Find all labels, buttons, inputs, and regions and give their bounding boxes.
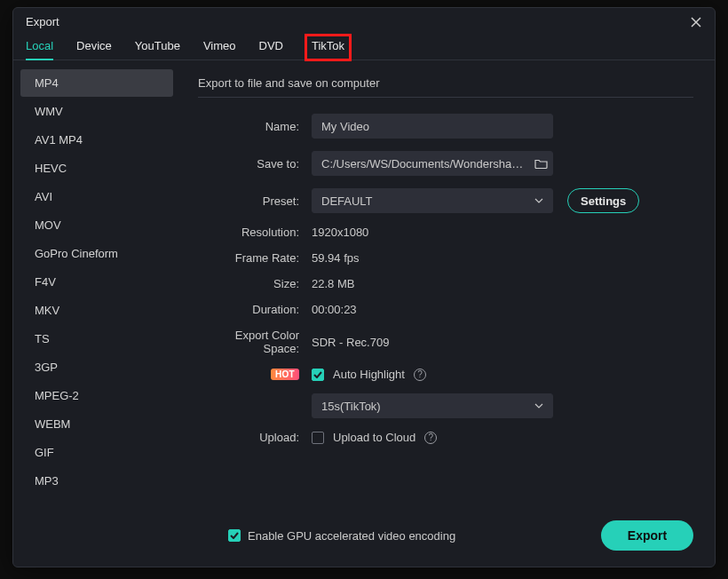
sidebar-item-mov[interactable]: MOV bbox=[20, 211, 173, 239]
save-to-input[interactable] bbox=[312, 151, 553, 176]
help-icon[interactable]: ? bbox=[414, 369, 426, 381]
tab-youtube[interactable]: YouTube bbox=[135, 39, 180, 59]
save-to-label: Save to: bbox=[198, 157, 312, 171]
sidebar-item-av1mp4[interactable]: AV1 MP4 bbox=[20, 126, 173, 154]
sidebar-item-wmv[interactable]: WMV bbox=[20, 98, 173, 125]
tab-dvd[interactable]: DVD bbox=[259, 39, 283, 59]
sidebar-item-f4v[interactable]: F4V bbox=[20, 268, 173, 296]
sidebar-item-ts[interactable]: TS bbox=[20, 325, 173, 353]
chevron-down-icon bbox=[534, 198, 543, 203]
duration-label: Duration: bbox=[198, 303, 312, 316]
dialog-footer: Enable GPU accelerated video encoding Ex… bbox=[13, 510, 715, 567]
settings-button[interactable]: Settings bbox=[567, 188, 639, 213]
close-icon[interactable] bbox=[690, 16, 702, 28]
export-button[interactable]: Export bbox=[601, 520, 693, 551]
section-heading: Export to file and save on computer bbox=[198, 76, 693, 98]
export-tabs: Local Device YouTube Vimeo DVD TikTok bbox=[13, 30, 715, 60]
auto-highlight-checkbox[interactable] bbox=[312, 369, 324, 381]
frame-rate-label: Frame Rate: bbox=[198, 251, 312, 265]
auto-highlight-label: Auto Highlight bbox=[333, 368, 405, 381]
upload-cloud-checkbox[interactable] bbox=[312, 432, 324, 444]
export-dialog: Export Local Device YouTube Vimeo DVD Ti… bbox=[12, 7, 716, 567]
export-form: Export to file and save on computer Name… bbox=[180, 60, 715, 510]
tab-vimeo[interactable]: Vimeo bbox=[203, 39, 236, 59]
help-icon[interactable]: ? bbox=[424, 432, 437, 444]
highlight-preset-value: 15s(TikTok) bbox=[321, 400, 381, 413]
resolution-label: Resolution: bbox=[198, 226, 312, 239]
name-label: Name: bbox=[198, 120, 312, 133]
preset-value: DEFAULT bbox=[321, 194, 373, 208]
gpu-label: Enable GPU accelerated video encoding bbox=[248, 529, 455, 543]
titlebar: Export bbox=[13, 8, 715, 30]
sidebar-item-gopro[interactable]: GoPro Cineform bbox=[20, 240, 173, 267]
sidebar-item-avi[interactable]: AVI bbox=[20, 183, 173, 210]
name-input[interactable] bbox=[312, 114, 553, 139]
hot-badge: HOT bbox=[271, 369, 299, 380]
sidebar-item-webm[interactable]: WEBM bbox=[20, 410, 173, 438]
size-label: Size: bbox=[198, 277, 312, 290]
tab-tiktok[interactable]: TikTok bbox=[306, 36, 350, 59]
frame-rate-value: 59.94 fps bbox=[312, 251, 360, 265]
duration-value: 00:00:23 bbox=[312, 303, 357, 316]
sidebar-item-3gp[interactable]: 3GP bbox=[20, 353, 173, 381]
upload-cloud-label: Upload to Cloud bbox=[333, 431, 415, 444]
dialog-title: Export bbox=[26, 15, 59, 28]
sidebar-item-hevc[interactable]: HEVC bbox=[20, 155, 173, 182]
sidebar-item-mp4[interactable]: MP4 bbox=[20, 69, 173, 97]
color-space-label: Export Color Space: bbox=[198, 329, 312, 355]
sidebar-item-mpeg2[interactable]: MPEG-2 bbox=[20, 382, 173, 409]
tab-local[interactable]: Local bbox=[26, 39, 53, 59]
preset-label: Preset: bbox=[198, 194, 312, 208]
resolution-value: 1920x1080 bbox=[312, 226, 368, 239]
sidebar-item-gif[interactable]: GIF bbox=[20, 439, 173, 466]
preset-select[interactable]: DEFAULT bbox=[312, 188, 553, 213]
tab-device[interactable]: Device bbox=[76, 39, 112, 59]
highlight-preset-select[interactable]: 15s(TikTok) bbox=[312, 393, 553, 418]
sidebar-item-mkv[interactable]: MKV bbox=[20, 297, 173, 324]
upload-label: Upload: bbox=[198, 431, 312, 444]
sidebar-item-mp3[interactable]: MP3 bbox=[20, 467, 173, 495]
color-space-value: SDR - Rec.709 bbox=[312, 336, 389, 349]
gpu-checkbox[interactable] bbox=[228, 529, 241, 542]
chevron-down-icon bbox=[534, 403, 543, 408]
folder-icon[interactable] bbox=[534, 158, 548, 170]
size-value: 22.8 MB bbox=[312, 277, 354, 290]
format-sidebar: MP4 WMV AV1 MP4 HEVC AVI MOV GoPro Cinef… bbox=[13, 60, 180, 510]
